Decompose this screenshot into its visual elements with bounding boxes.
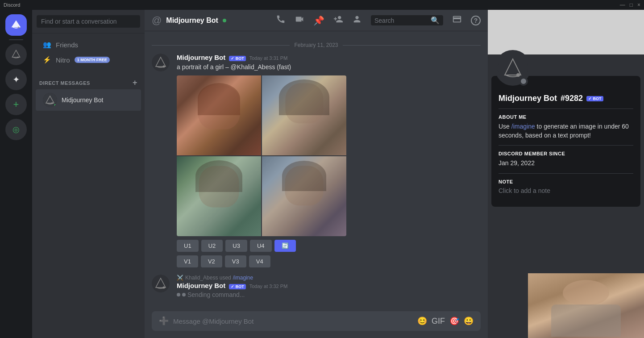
msg-header-1: Midjourney Bot ✓ BOT Today at 3:31 PM [177,54,481,61]
portrait-2[interactable] [262,75,346,155]
close-button[interactable]: × [637,2,640,8]
call-icon[interactable] [276,14,286,26]
sticker-icon[interactable]: 🎯 [449,316,459,326]
slash-command: /imagine [233,275,253,281]
svg-point-4 [152,54,170,71]
video-thumbnail [528,273,644,338]
video-call-icon[interactable] [295,14,304,26]
profile-divider-2 [499,145,633,146]
add-member-icon[interactable] [333,14,343,26]
window-controls[interactable]: — □ × [620,2,640,8]
titlebar: Discord — □ × [0,0,644,10]
chat-input-area: ➕ 😊 GIF 🎯 😀 [145,311,488,338]
profile-banner [488,10,644,54]
portrait-3[interactable] [177,156,261,236]
dm-nav-items: 👥 Friends ⚡ Nitro 1 MONTH FREE [32,33,145,71]
message-group-1: Midjourney Bot ✓ BOT Today at 3:31 PM a … [145,52,488,269]
dm-search-bar [32,10,145,33]
nitro-nav-item[interactable]: ⚡ Nitro 1 MONTH FREE [36,52,141,67]
date-text: February 11, 2023 [294,42,338,48]
v1-button[interactable]: V1 [177,255,198,267]
message-search-box[interactable]: 🔍 [371,15,443,25]
about-me-section: ABOUT ME Use /imagine to generate an ima… [499,114,633,140]
note-input[interactable]: Click to add a note [499,187,633,194]
boat-server-icon[interactable] [5,44,27,65]
discover-servers-button[interactable]: ◎ [5,119,27,140]
msg-timestamp-1: Today at 3:31 PM [249,55,288,61]
attach-icon[interactable]: ➕ [159,316,169,326]
search-icon: 🔍 [431,16,440,25]
msg-content-1: a portrait of a girl – @Khalid_Abess (fa… [177,63,481,72]
right-panel: Midjourney Bot #9282 ✓ BOT ABOUT ME Use … [488,10,644,338]
profile-divider-3 [499,173,633,174]
member-since-date: Jan 29, 2022 [499,159,633,168]
online-dot-header [223,19,226,22]
v4-button[interactable]: V4 [249,255,270,267]
svg-point-1 [17,56,19,58]
status-dot-online [53,103,57,107]
svg-point-0 [18,27,20,29]
dot-1 [177,293,180,296]
openai-server-icon[interactable]: ✦ [5,69,27,90]
svg-point-7 [163,286,165,288]
u1-button[interactable]: U1 [177,240,199,252]
direct-messages-label: DIRECT MESSAGES [39,80,90,86]
sending-text: Sending command... [187,291,245,298]
new-dm-button[interactable]: + [133,78,137,88]
svg-point-6 [152,275,170,292]
chat-input[interactable] [173,312,413,330]
svg-point-3 [51,102,53,104]
image-grid [177,75,346,236]
find-conversation-input[interactable] [37,15,140,28]
app-title: Discord [4,2,620,8]
msg-header-2: Midjourney Bot ✓ BOT Today at 3:32 PM [177,282,481,289]
emoji-icon[interactable]: 😀 [464,316,474,326]
portrait-4[interactable] [262,156,346,236]
nitro-icon: ⚡ [43,56,51,64]
profile-icon[interactable] [352,14,362,26]
action-buttons-row2: V1 V2 V3 V4 [177,255,481,267]
member-since-title: DISCORD MEMBER SINCE [499,151,633,156]
maximize-button[interactable]: □ [630,2,633,8]
friends-label: Friends [56,41,78,49]
refresh-button[interactable]: 🔄 [274,240,296,252]
inbox-icon[interactable] [452,14,462,26]
minimize-button[interactable]: — [620,2,625,8]
note-title: NOTE [499,179,633,184]
friends-icon: 👥 [43,41,51,49]
discord-home-icon[interactable] [5,14,27,36]
dm-username-midjourney: Midjourney Bot [62,96,103,104]
dot-2 [182,293,186,296]
msg-username-1: Midjourney Bot [177,54,225,61]
nitro-label: Nitro [56,56,70,64]
friends-nav-item[interactable]: 👥 Friends [36,37,141,52]
gif-icon[interactable]: GIF [432,317,445,326]
message-search-input[interactable] [374,17,428,24]
chat-header-icons: 📌 🔍 [276,14,481,26]
profile-bot-badge: ✓ BOT [586,96,603,101]
midjourney-avatar [43,93,57,107]
profile-name: Midjourney Bot [499,94,557,103]
profile-avatar-section [488,54,644,72]
emoji-users-icon[interactable]: 😊 [417,316,427,326]
profile-name-row: Midjourney Bot #9282 ✓ BOT [499,94,633,103]
nitro-badge: 1 MONTH FREE [75,57,110,63]
help-icon[interactable]: ? [471,16,481,25]
u2-button[interactable]: U2 [201,240,223,252]
pin-icon[interactable]: 📌 [313,15,324,26]
about-me-text: Use /imagine to generate an image in und… [499,122,633,140]
profile-discriminator: #9282 [561,94,583,103]
v3-button[interactable]: V3 [225,255,246,267]
about-pre: Use [499,123,511,130]
v2-button[interactable]: V2 [201,255,222,267]
dm-midjourney-item[interactable]: Midjourney Bot [36,89,141,111]
add-server-button[interactable]: + [5,94,27,115]
app-body: ✦ + ◎ 👥 Friends ⚡ Nitro 1 MONTH FREE DIR… [0,10,644,338]
date-divider: February 11, 2023 [145,38,488,52]
u3-button[interactable]: U3 [225,240,247,252]
chat-messages: February 11, 2023 Midjourney Bot ✓ BOT [145,31,488,311]
chat-header: @ Midjourney Bot 📌 [145,10,488,31]
portrait-1[interactable] [177,75,261,155]
u4-button[interactable]: U4 [250,240,272,252]
member-since-section: DISCORD MEMBER SINCE Jan 29, 2022 [499,151,633,168]
